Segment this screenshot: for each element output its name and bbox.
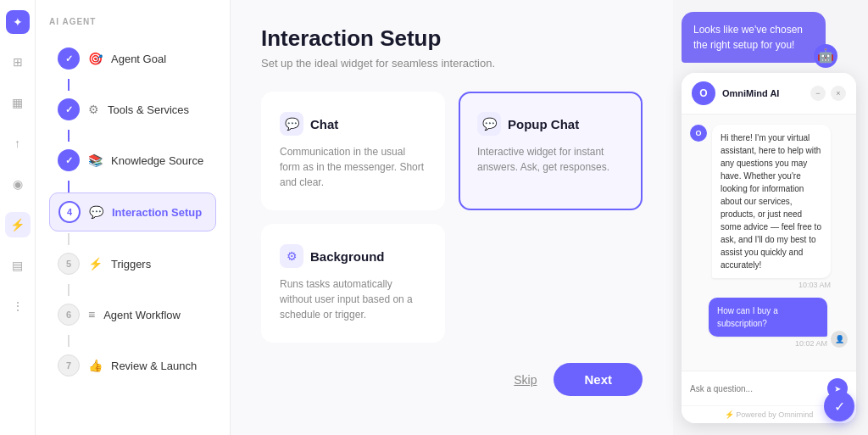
powered-by-text: ⚡ [725,410,737,419]
user-message-row: How can I buy a subscription? 10:02 AM 👤 [690,298,848,348]
review-icon: 👍 [88,359,103,372]
steps-label: AI AGENT [49,17,216,26]
step-tools-services[interactable]: ✓ ⚙ Tools & Services [49,91,216,128]
chat-widget-header: O OmniMind AI − × [682,73,856,114]
action-row: Skip Next [261,363,643,396]
connector-3 [68,181,70,192]
step-circle-1: ✓ [58,47,80,70]
step-label-6: Agent Workflow [103,309,181,321]
card-background[interactable]: ⚙ Background Runs tasks automatically wi… [261,224,445,343]
tools-icon: ⚙ [88,103,99,116]
connector-1 [68,79,70,91]
steps-panel: AI AGENT ✓ 🎯 Agent Goal ✓ ⚙ Tools & Serv… [36,0,231,435]
triggers-icon: ⚡ [88,257,103,270]
connector-4 [68,233,70,245]
card-popup-header: 💬 Popup Chat [477,112,624,136]
step-circle-3: ✓ [58,149,80,171]
chat-widget-preview: O OmniMind AI − × O Hi there! I'm your v… [682,73,856,423]
chat-input[interactable] [690,384,822,393]
assistant-avatar-bubble: 🤖 [814,44,837,68]
bot-message-time: 10:03 AM [712,281,831,289]
step-circle-7: 7 [58,354,80,376]
agent-goal-icon: 🎯 [88,52,103,65]
icon-sidebar: ✦ ⊞ ▦ ↑ ◉ ⚡ ▤ ⋮ [0,0,36,435]
step-review-launch[interactable]: 7 👍 Review & Launch [49,347,216,384]
step-knowledge-source[interactable]: ✓ 📚 Knowledge Source [49,142,216,179]
menu-dots-icon[interactable]: ⋮ [5,293,31,319]
bot-avatar-sm: O [690,125,707,142]
step-circle-4: 4 [58,201,81,223]
step-label-1: Agent Goal [111,53,166,65]
step-interaction-setup[interactable]: 4 💬 Interaction Setup [49,192,216,231]
step-agent-workflow[interactable]: 6 ≡ Agent Workflow [49,296,216,333]
assistant-bubble: Looks like we've chosen the right setup … [682,12,826,63]
popup-chat-card-icon: 💬 [477,112,501,136]
card-background-header: ⚙ Background [280,244,426,268]
background-card-icon: ⚙ [280,244,303,268]
step-circle-6: 6 [58,304,80,326]
upload-icon[interactable]: ↑ [5,131,31,156]
chat-widget-avatar: O [692,81,715,105]
close-icon[interactable]: × [831,86,846,101]
footer-text: Powered by Omnimind [736,410,813,419]
chat-card-icon: 💬 [280,112,303,136]
step-label-3: Knowledge Source [111,154,203,167]
connector-5 [68,284,70,296]
step-circle-5: 5 [58,253,80,275]
step-agent-goal[interactable]: ✓ 🎯 Agent Goal [49,40,216,77]
brand-logo: ✦ [6,10,30,34]
user-message-time: 10:02 AM [709,339,827,348]
chat-widget-name: OmniMind AI [722,88,804,98]
right-panel: Looks like we've chosen the right setup … [673,0,868,435]
user-message-bubble: How can I buy a subscription? [709,298,827,337]
chat-widget-controls: − × [810,86,846,101]
home-icon[interactable]: ⊞ [5,49,31,75]
chat-card-desc: Communication in the usual form as in th… [280,144,426,190]
grid-icon[interactable]: ▦ [5,90,31,115]
card-chat-header: 💬 Chat [280,112,426,136]
background-card-desc: Runs tasks automatically without user in… [280,276,426,322]
background-card-title: Background [310,249,385,264]
chat-widget-body: O Hi there! I'm your virtual assistant, … [682,114,856,371]
step-label-4: Interaction Setup [112,206,202,219]
user-avatar-sm: 👤 [831,331,848,348]
knowledge-icon: 📚 [88,153,103,167]
main-content: Interaction Setup Set up the ideal widge… [231,0,673,435]
step-label-2: Tools & Services [108,103,189,116]
bot-message-row: O Hi there! I'm your virtual assistant, … [690,125,848,289]
card-popup-chat[interactable]: 💬 Popup Chat Interactive widget for inst… [459,92,643,210]
brain-icon[interactable]: ◉ [5,171,31,197]
workflow-icon: ≡ [88,308,95,321]
step-label-5: Triggers [111,258,151,270]
chart-icon[interactable]: ▤ [5,253,31,278]
popup-chat-card-desc: Interactive widget for instant answers. … [477,144,624,175]
minimize-icon[interactable]: − [810,86,826,101]
skip-button[interactable]: Skip [514,373,537,387]
page-subtitle: Set up the ideal widget for seamless int… [261,57,643,70]
step-triggers[interactable]: 5 ⚡ Triggers [49,245,216,282]
bot-message-bubble: Hi there! I'm your virtual assistant, he… [712,125,831,278]
float-chat-button[interactable]: ✓ [824,391,854,421]
connector-6 [68,335,70,347]
card-chat[interactable]: 💬 Chat Communication in the usual form a… [261,92,445,210]
popup-chat-card-title: Popup Chat [508,117,579,131]
step-label-7: Review & Launch [111,360,197,372]
next-button[interactable]: Next [554,363,643,396]
page-title: Interaction Setup [261,25,643,52]
connector-2 [68,130,70,142]
chat-card-title: Chat [310,117,338,131]
cards-grid: 💬 Chat Communication in the usual form a… [261,92,643,343]
lightning-icon[interactable]: ⚡ [5,212,31,237]
step-circle-2: ✓ [58,98,80,120]
interaction-icon: 💬 [89,205,103,219]
